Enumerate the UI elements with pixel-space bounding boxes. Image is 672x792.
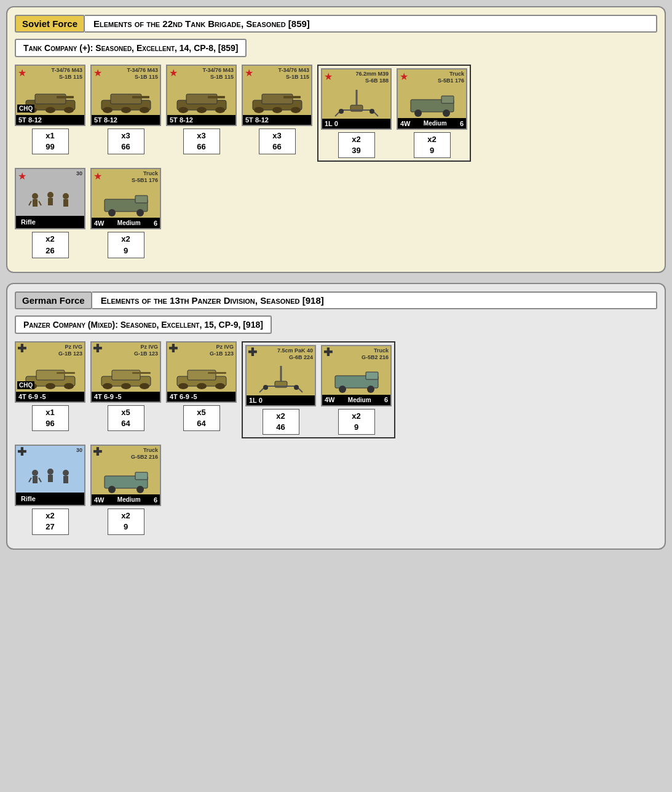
soviet-rifle-card[interactable]: ★ 30 Rifle [15,168,85,229]
truck-svg-2 [98,186,154,216]
cross-icon-3: ✚ [168,343,178,354]
soviet-gun-group: ★ 76.2mm M39S-6B 188 [321,68,392,158]
german-unit-info-2: Pz IVGG-1B 123 [134,344,158,357]
german-rifle-group: ✚ 30 Rifle [15,445,85,534]
german-unit-image-2 [92,358,160,392]
unit-image-8 [92,184,160,218]
unit-stats-5: 1L 0 [325,120,338,127]
german-force-section: German Force Elements of the 13th Panzer… [6,283,666,550]
german-truck-group-1: ✚ TruckG-5B2 216 4W Medium 6 [321,345,392,435]
svg-point-10 [121,107,131,113]
svg-point-70 [263,385,268,390]
star-icon-5: ★ [324,71,333,82]
svg-point-58 [140,383,149,389]
svg-point-29 [339,109,344,114]
unit-bottom-bar-7: Rifle [16,216,84,228]
german-speed-7: 6 [154,496,157,504]
cross-icon-1: ✚ [17,343,26,354]
soviet-unit-group-3: ★ T-34/76 M43S-1B 115 5T 8-12 x36 [166,65,237,154]
soviet-truck-card-2[interactable]: ★ TruckS-5B1 176 4W Medium 6 [90,168,161,229]
unit-stats-2: 5T 8-12 [94,116,117,124]
german-unit-bottom-7: 4W Medium 6 [92,494,160,505]
unit-count-4: x366 [259,129,296,154]
svg-point-86 [108,486,116,493]
truck-svg-1 [405,86,460,117]
german-units-row1: ✚ Pz IVGG-1B 123 CHQ 4T 6-9 -5 [15,341,657,438]
svg-rect-81 [48,475,53,482]
german-unit-image-6 [16,459,84,493]
svg-rect-44 [135,196,148,203]
unit-count-6: x29 [414,132,451,158]
svg-rect-73 [366,372,378,379]
unit-speed-6: 6 [460,120,464,127]
german-unit-stats-1: 4T 6-9 -5 [18,393,46,400]
german-unit-bottom-5: 4W Medium 6 [322,395,390,405]
german-truck-card-1[interactable]: ✚ TruckG-5B2 216 4W Medium 6 [321,345,392,406]
german-unit-bottom-3: 4T 6-9 -5 [167,392,235,402]
unit-stats-3: 5T 8-12 [170,116,193,124]
german-truck-card-2[interactable]: ✚ TruckG-5B2 216 4W Medium 6 [90,445,161,506]
german-rifle-badge-6: Rifle [18,494,38,504]
german-unit-card-3[interactable]: ✚ Pz IVGG-1B 123 4T 6-9 -5 [166,341,237,403]
svg-line-37 [29,201,31,205]
svg-point-23 [291,107,301,113]
svg-line-79 [39,478,41,482]
soviet-unit-card-4[interactable]: ★ T-34/76 M43S-1B 115 5T 8-12 [242,65,312,126]
german-gun-card[interactable]: ✚ 7.5cm PaK 40G-6B 224 [245,345,316,406]
german-unit-info-6: 30 [76,447,82,454]
german-unit-image-3 [167,358,235,392]
svg-point-76 [32,470,38,476]
german-company-header: Panzer Company (Mixed): Seasoned, Excell… [15,315,272,334]
unit-bottom-bar-8: 4W Medium 6 [92,218,160,228]
svg-rect-85 [135,472,148,480]
soviet-truck-group: ★ TruckS-5B1 176 4W Medium 6 [397,68,467,158]
german-rifle-card[interactable]: ✚ 30 Rifle [15,445,85,506]
soviet-unit-card-2[interactable]: ★ T-34/76 M43S-1B 115 5T 8-12 [90,65,161,126]
soviet-unit-card-3[interactable]: ★ T-34/76 M43S-1B 115 5T 8-12 [166,65,237,126]
german-unit-info-1: Pz IVGG-1B 123 [58,344,82,357]
soviet-force-section: Soviet Force Elements of the 22nd Tank B… [6,6,666,273]
unit-image-6 [398,84,466,118]
svg-point-9 [103,107,113,113]
unit-image-7 [16,182,84,216]
unit-info-6: TruckS-5B1 176 [438,71,464,84]
unit-info-7: 30 [76,170,82,177]
rifle-badge-7: Rifle [18,217,38,227]
soviet-special-group: ★ 76.2mm M39S-6B 188 [317,65,471,162]
german-truck-svg-1 [329,362,384,393]
german-unit-group-1: ✚ Pz IVGG-1B 123 CHQ 4T 6-9 -5 [15,341,85,431]
soviet-units-row2: ★ 30 Rifle [15,168,657,258]
tank-svg-4 [250,83,305,114]
german-unit-card-1[interactable]: ✚ Pz IVGG-1B 123 CHQ 4T 6-9 -5 [15,341,85,403]
svg-rect-14 [208,96,225,98]
soviet-truck-card[interactable]: ★ TruckS-5B1 176 4W Medium 6 [397,68,467,130]
unit-bottom-bar-1: CHQ 5T 8-12 [16,115,84,125]
star-icon-2: ★ [93,67,102,79]
soviet-unit-card-1[interactable]: ★ T-34/76 M43S-1B 115 CHQ 5T 8-12 [15,65,85,126]
soviet-truck-group-2: ★ TruckS-5B1 176 4W Medium 6 x29 [90,168,161,258]
soviet-unit-group-1: ★ T-34/76 M43S-1B 115 CHQ 5T 8-12 [15,65,85,154]
german-unit-card-2[interactable]: ✚ Pz IVGG-1B 123 4T 6-9 -5 [90,341,161,403]
svg-point-33 [414,109,422,117]
german-infantry-svg [23,461,78,491]
unit-4w-6: 4W [400,120,411,127]
unit-image-4 [243,81,311,115]
svg-rect-13 [186,94,217,104]
svg-rect-49 [57,372,75,374]
svg-point-62 [178,383,188,389]
unit-bottom-bar-6: 4W Medium 6 [398,118,466,129]
german-unit-info-3: Pz IVGG-1B 123 [210,344,234,357]
star-icon-8: ★ [93,170,102,182]
svg-point-11 [140,107,149,113]
svg-rect-55 [132,372,151,374]
german-special-group: ✚ 7.5cm PaK 40G-6B 224 [242,341,395,438]
german-speed-5: 6 [384,396,388,403]
soviet-gun-card[interactable]: ★ 76.2mm M39S-6B 188 [321,68,392,130]
unit-info-1: T-34/76 M43S-1B 115 [51,67,82,81]
svg-line-78 [29,478,31,482]
svg-rect-7 [111,94,141,104]
german-unit-bottom-6: Rifle [16,493,84,505]
svg-rect-61 [208,372,226,374]
medium-badge-8: Medium [115,219,143,227]
soviet-company-header: Tank Company (+): Seasoned, Excellent, 1… [15,39,247,57]
